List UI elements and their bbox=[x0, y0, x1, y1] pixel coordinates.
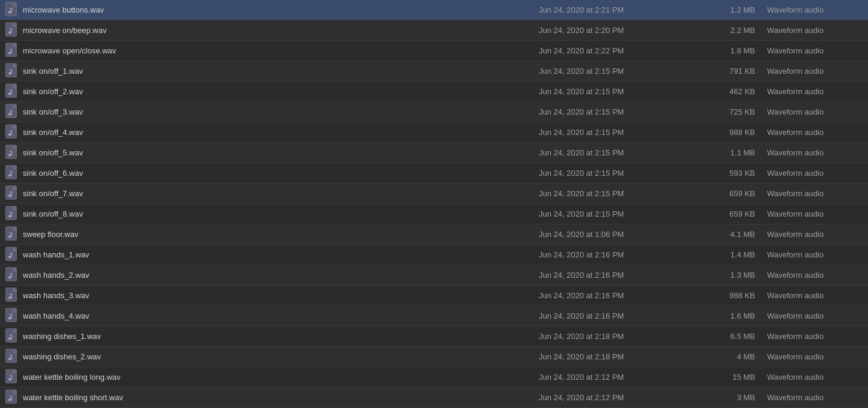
file-date: Jun 24, 2020 at 2:16 PM bbox=[539, 250, 707, 259]
file-size: 659 KB bbox=[707, 209, 767, 218]
file-kind: Waveform audio bbox=[767, 373, 863, 382]
svg-point-37 bbox=[8, 154, 11, 157]
file-kind: Waveform audio bbox=[767, 271, 863, 280]
file-date: Jun 24, 2020 at 2:15 PM bbox=[539, 189, 707, 198]
table-row[interactable]: sink on/off_6.wav Jun 24, 2020 at 2:15 P… bbox=[0, 163, 868, 184]
svg-rect-9 bbox=[10, 29, 12, 30]
file-date: Jun 24, 2020 at 2:18 PM bbox=[539, 332, 707, 341]
file-list: microwave buttons.wav Jun 24, 2020 at 2:… bbox=[0, 0, 868, 408]
audio-file-icon bbox=[5, 124, 19, 140]
svg-rect-11 bbox=[13, 44, 17, 47]
file-kind: Waveform audio bbox=[767, 169, 863, 178]
table-row[interactable]: microwave on/beep.wav Jun 24, 2020 at 2:… bbox=[0, 20, 868, 41]
svg-rect-84 bbox=[10, 335, 12, 336]
svg-rect-96 bbox=[13, 391, 17, 394]
table-row[interactable]: wash hands_1.wav Jun 24, 2020 at 2:16 PM… bbox=[0, 245, 868, 265]
file-size: 1.8 MB bbox=[707, 46, 767, 55]
file-date: Jun 24, 2020 at 2:21 PM bbox=[539, 5, 707, 14]
svg-rect-21 bbox=[13, 85, 17, 88]
svg-point-87 bbox=[8, 358, 11, 361]
svg-point-2 bbox=[8, 11, 11, 14]
svg-rect-61 bbox=[13, 248, 17, 251]
music-note-icon bbox=[5, 369, 19, 385]
table-row[interactable]: water kettle boiling long.wav Jun 24, 20… bbox=[0, 367, 868, 388]
file-name: water kettle boiling long.wav bbox=[19, 373, 539, 382]
file-size: 4.1 MB bbox=[707, 230, 767, 239]
music-note-icon bbox=[5, 267, 19, 283]
music-note-icon bbox=[5, 226, 19, 242]
file-kind: Waveform audio bbox=[767, 250, 863, 259]
file-date: Jun 24, 2020 at 2:15 PM bbox=[539, 107, 707, 116]
svg-rect-91 bbox=[13, 370, 17, 374]
audio-file-icon bbox=[5, 206, 19, 222]
music-note-icon bbox=[5, 349, 19, 365]
file-size: 1.2 MB bbox=[707, 5, 767, 14]
file-size: 593 KB bbox=[707, 169, 767, 178]
file-date: Jun 24, 2020 at 2:15 PM bbox=[539, 209, 707, 218]
file-name: wash hands_2.wav bbox=[19, 271, 539, 280]
table-row[interactable]: sink on/off_4.wav Jun 24, 2020 at 2:15 P… bbox=[0, 122, 868, 143]
table-row[interactable]: washing dishes_1.wav Jun 24, 2020 at 2:1… bbox=[0, 326, 868, 347]
music-note-icon bbox=[5, 247, 19, 263]
file-date: Jun 24, 2020 at 2:16 PM bbox=[539, 271, 707, 280]
audio-file-icon bbox=[5, 22, 19, 38]
table-row[interactable]: sink on/off_2.wav Jun 24, 2020 at 2:15 P… bbox=[0, 82, 868, 102]
svg-rect-79 bbox=[10, 314, 12, 316]
table-row[interactable]: wash hands_3.wav Jun 24, 2020 at 2:16 PM… bbox=[0, 286, 868, 306]
table-row[interactable]: wash hands_4.wav Jun 24, 2020 at 2:16 PM… bbox=[0, 306, 868, 326]
file-size: 3 MB bbox=[707, 393, 767, 402]
audio-file-icon bbox=[5, 63, 19, 79]
table-row[interactable]: water kettle boiling short.wav Jun 24, 2… bbox=[0, 388, 868, 408]
table-row[interactable]: wash hands_2.wav Jun 24, 2020 at 2:16 PM… bbox=[0, 265, 868, 286]
svg-rect-59 bbox=[10, 233, 12, 234]
table-row[interactable]: sink on/off_1.wav Jun 24, 2020 at 2:15 P… bbox=[0, 61, 868, 82]
file-date: Jun 24, 2020 at 2:15 PM bbox=[539, 148, 707, 157]
svg-point-97 bbox=[8, 398, 11, 401]
file-size: 15 MB bbox=[707, 373, 767, 382]
music-note-icon bbox=[5, 185, 19, 202]
file-name: sink on/off_7.wav bbox=[19, 189, 539, 198]
file-date: Jun 24, 2020 at 2:16 PM bbox=[539, 311, 707, 320]
table-row[interactable]: sink on/off_8.wav Jun 24, 2020 at 2:15 P… bbox=[0, 204, 868, 224]
svg-rect-29 bbox=[10, 110, 12, 112]
music-note-icon bbox=[5, 328, 19, 344]
svg-rect-74 bbox=[10, 294, 12, 295]
svg-point-32 bbox=[8, 133, 11, 136]
svg-rect-39 bbox=[10, 151, 12, 152]
music-note-icon bbox=[5, 308, 19, 324]
file-date: Jun 24, 2020 at 2:22 PM bbox=[539, 46, 707, 55]
file-size: 725 KB bbox=[707, 107, 767, 116]
file-kind: Waveform audio bbox=[767, 26, 863, 35]
music-note-icon bbox=[5, 43, 19, 59]
music-note-icon bbox=[5, 165, 19, 181]
svg-rect-44 bbox=[10, 172, 12, 173]
file-kind: Waveform audio bbox=[767, 189, 863, 198]
music-note-icon bbox=[5, 145, 19, 161]
table-row[interactable]: sweep floor.wav Jun 24, 2020 at 1:06 PM … bbox=[0, 224, 868, 245]
table-row[interactable]: microwave open/close.wav Jun 24, 2020 at… bbox=[0, 41, 868, 61]
table-row[interactable]: sink on/off_7.wav Jun 24, 2020 at 2:15 P… bbox=[0, 184, 868, 204]
svg-rect-31 bbox=[13, 125, 17, 129]
file-size: 6.5 MB bbox=[707, 332, 767, 341]
svg-point-77 bbox=[8, 317, 11, 320]
svg-rect-71 bbox=[13, 289, 17, 292]
audio-file-icon bbox=[5, 308, 19, 324]
file-name: microwave on/beep.wav bbox=[19, 26, 539, 35]
audio-file-icon bbox=[5, 287, 19, 304]
file-size: 791 KB bbox=[707, 67, 767, 76]
music-note-icon bbox=[5, 83, 19, 100]
file-kind: Waveform audio bbox=[767, 311, 863, 320]
file-date: Jun 24, 2020 at 2:12 PM bbox=[539, 373, 707, 382]
table-row[interactable]: washing dishes_2.wav Jun 24, 2020 at 2:1… bbox=[0, 347, 868, 367]
svg-rect-41 bbox=[13, 166, 17, 170]
svg-rect-24 bbox=[10, 90, 12, 91]
svg-point-52 bbox=[8, 215, 11, 218]
table-row[interactable]: sink on/off_5.wav Jun 24, 2020 at 2:15 P… bbox=[0, 143, 868, 163]
file-kind: Waveform audio bbox=[767, 352, 863, 361]
audio-file-icon bbox=[5, 328, 19, 344]
file-kind: Waveform audio bbox=[767, 291, 863, 300]
table-row[interactable]: sink on/off_3.wav Jun 24, 2020 at 2:15 P… bbox=[0, 102, 868, 122]
file-date: Jun 24, 2020 at 2:18 PM bbox=[539, 352, 707, 361]
table-row[interactable]: microwave buttons.wav Jun 24, 2020 at 2:… bbox=[0, 0, 868, 20]
svg-rect-36 bbox=[13, 146, 17, 149]
